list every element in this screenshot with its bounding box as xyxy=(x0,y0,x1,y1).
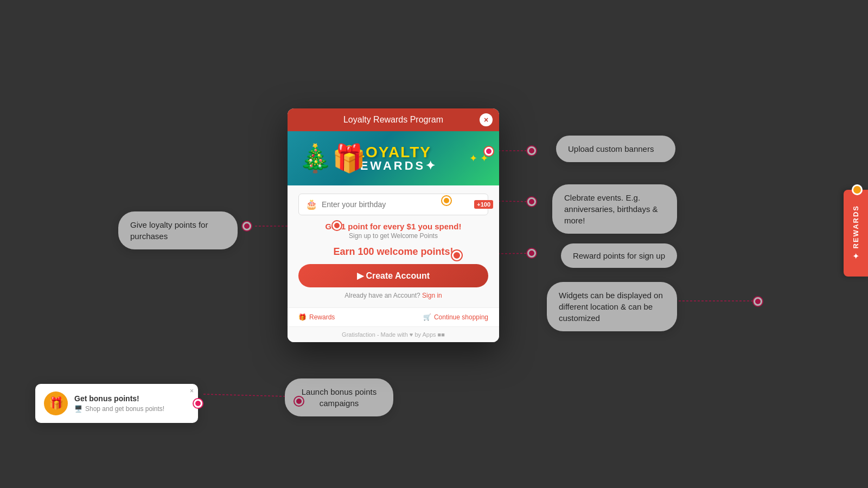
modal-close-button[interactable]: × xyxy=(480,113,493,126)
loyalty-modal: Loyalty Rewards Program × 🎄🎁 LOYALTY REW… xyxy=(288,108,499,342)
modal-footer: 🎁 Rewards 🛒 Continue shopping xyxy=(288,307,499,326)
bonus-subtitle: 🖥️ Shop and get bonus points! xyxy=(74,405,189,413)
dot-bonus-widget xyxy=(194,399,202,408)
birthday-input[interactable] xyxy=(322,200,481,209)
earn-section: Get 1 point for every $1 you spend! Sign… xyxy=(298,222,488,240)
rewards-sidebar-label: REWARDS xyxy=(852,205,860,248)
create-account-button[interactable]: ▶ Create Account xyxy=(298,264,488,287)
create-btn-label: Create Account xyxy=(366,271,430,280)
modal-body: 🎂 +100 Get 1 point for every $1 you spen… xyxy=(288,185,499,307)
dot-birthday-yellow xyxy=(442,196,451,205)
welcome-text: Earn 100 welcome points! xyxy=(333,246,453,257)
signin-prompt: Already have an Account? xyxy=(344,292,422,299)
modal-header: Loyalty Rewards Program × xyxy=(288,108,499,131)
bonus-widget: × 🎁 Get bonus points! 🖥️ Shop and get bo… xyxy=(35,384,198,423)
banner-decoration: 🎄🎁 xyxy=(298,143,366,174)
earn-title: Get 1 point for every $1 you spend! xyxy=(298,222,488,231)
modal-banner: 🎄🎁 LOYALTY REWARDS✦ ✦ ✦ xyxy=(288,131,499,185)
modal-title: Loyalty Rewards Program xyxy=(343,115,443,124)
points-badge: +100 xyxy=(474,200,493,209)
dot-modal-banner xyxy=(484,147,493,156)
bonus-close-button[interactable]: × xyxy=(190,387,194,395)
rewards-sidebar-star: ✦ xyxy=(852,251,859,261)
bonus-title: Get bonus points! xyxy=(74,394,189,403)
signin-text: Already have an Account? Sign in xyxy=(298,292,488,299)
modal-powered-by: Gratisfaction - Made with ♥ by Apps ■■ xyxy=(288,326,499,342)
continue-shopping-link[interactable]: 🛒 Continue shopping xyxy=(423,313,488,321)
rewards-sidebar[interactable]: REWARDS ✦ xyxy=(844,190,868,277)
rewards-link[interactable]: 🎁 Rewards xyxy=(298,313,335,321)
earn-subtitle: Sign up to get Welcome Points xyxy=(298,232,488,240)
birthday-row: 🎂 +100 xyxy=(298,194,488,215)
create-btn-icon: ▶ xyxy=(357,271,363,280)
dot-welcome xyxy=(452,251,462,260)
birthday-icon: 🎂 xyxy=(305,198,317,210)
bonus-content: Get bonus points! 🖥️ Shop and get bonus … xyxy=(74,394,189,413)
rewards-sidebar-dot xyxy=(852,184,863,195)
dot-earn-section xyxy=(333,221,341,230)
signin-link[interactable]: Sign in xyxy=(422,292,442,299)
bonus-icon: 🎁 xyxy=(44,391,68,415)
